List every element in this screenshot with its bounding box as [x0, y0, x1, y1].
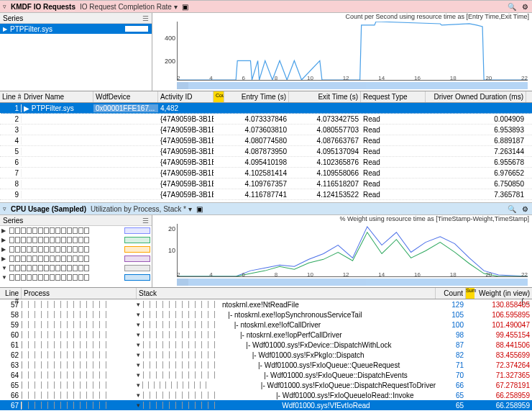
col-sum[interactable]: Sum — [466, 288, 474, 299]
stack-row[interactable]: 63▾ |- Wdf01000.sys!FxIoQueue::QueueRequ… — [0, 360, 532, 370]
expander-icon[interactable]: ▾ — [137, 351, 143, 358]
kmdf-panel-header[interactable]: ▿ KMDF IO Requests IO Request Completion… — [0, 0, 532, 13]
stack-row[interactable]: 62▾ |- Wdf01000.sys!FxPkgIo::Dispatch828… — [0, 350, 532, 360]
table-row[interactable]: 3{47A9059B-3B1B-00...4.0736038104.080557… — [0, 125, 532, 135]
time-scrubber[interactable] — [177, 82, 528, 89]
col-activity[interactable]: Activity ID — [158, 91, 214, 102]
table-row[interactable]: 5{47A9059B-3B1B-00...4.0878739504.095137… — [0, 146, 532, 157]
stack-row[interactable]: 64▾ |- Wdf01000.sys!FxIoQueue::DispatchE… — [0, 370, 532, 380]
table-row[interactable]: 2{47A9059B-3B1B-00...4.0733378464.073342… — [0, 114, 532, 125]
cpu-subtitle[interactable]: Utilization by Process, Stack * ▾ — [91, 205, 192, 213]
series-header: Series☰ — [0, 215, 152, 226]
expander-icon[interactable]: ▾ — [137, 402, 143, 409]
col-weight[interactable]: Weight (in view) (... — [474, 288, 532, 299]
expander-icon[interactable]: ▾ — [137, 361, 143, 368]
series-header: Series☰ — [0, 13, 152, 24]
series-item[interactable]: ▼ — [0, 263, 152, 273]
expander-icon[interactable]: ▾ — [137, 341, 143, 348]
box-icon[interactable]: ▣ — [182, 3, 188, 11]
stack-row[interactable]: 65▾ |- Wdf01000.sys!FxIoQueue::DispatchR… — [0, 380, 532, 390]
table-row[interactable]: 6{47A9059B-3B1B-00...4.0954101984.102365… — [0, 157, 532, 168]
search-icon[interactable]: 🔍 — [508, 204, 516, 213]
search-icon[interactable]: 🔍 — [508, 2, 516, 11]
expander-icon[interactable]: ▾ — [137, 392, 143, 399]
cpu-chart[interactable]: % Weight using resource time as [TimeSta… — [152, 215, 532, 287]
table-row[interactable]: 7{47A9059B-3B1B-00...4.1025814144.109558… — [0, 168, 532, 178]
series-item[interactable]: ▶ — [0, 245, 152, 254]
expander-icon[interactable]: ▾ — [137, 321, 143, 328]
cpu-series-pane: Series☰ ▶▶▶▶▼▼ — [0, 215, 152, 287]
gear-icon[interactable]: ⚙ — [520, 204, 529, 213]
table-row[interactable]: 1▶ PTPFilter.sys0x00001FFE167...4,482 — [0, 103, 532, 114]
stack-row[interactable]: 61▾ |- Wdf01000.sys!FxDevice::DispatchWi… — [0, 340, 532, 350]
kmdf-chart[interactable]: Count per Second using resource time as … — [152, 13, 532, 91]
cpu-chart-caption: % Weight using resource time as [TimeSta… — [339, 215, 529, 222]
expander-icon[interactable]: ▾ — [137, 311, 143, 318]
collapse-icon[interactable]: ▿ — [3, 3, 6, 10]
kmdf-series-pane: Series☰ ▶ PTPFilter.sys — [0, 13, 152, 91]
expander-icon[interactable]: ▾ — [137, 301, 143, 308]
series-item-ptpfilter[interactable]: ▶ PTPFilter.sys — [0, 24, 152, 34]
series-item[interactable]: ▼ — [0, 273, 152, 282]
col-driver[interactable]: Driver Name — [22, 91, 93, 102]
col-duration[interactable]: Driver Owned Duration (ms) — [426, 91, 526, 102]
stack-row[interactable]: 57▾ntoskrnl.exe!NtReadFile129130.858405 — [0, 299, 532, 309]
stack-row[interactable]: 58▾ |- ntoskrnl.exe!IopSynchronousServic… — [0, 309, 532, 320]
col-process[interactable]: Process — [22, 288, 137, 299]
kmdf-table-header[interactable]: Line # Driver Name WdfDevice Activity ID… — [0, 91, 532, 103]
collapse-icon[interactable]: ▿ — [3, 205, 6, 212]
series-item[interactable]: ▶ — [0, 226, 152, 235]
cpu-table-body[interactable]: 57▾ntoskrnl.exe!NtReadFile129130.8584055… — [0, 299, 532, 415]
col-wdf[interactable]: WdfDevice — [93, 91, 158, 102]
cpu-title: CPU Usage (Sampled) — [11, 205, 86, 213]
stack-row[interactable]: 59▾ |- ntoskrnl.exe!IofCallDriver100101.… — [0, 320, 532, 330]
col-stack[interactable]: Stack — [137, 288, 436, 299]
col-request-type[interactable]: Request Type — [361, 91, 426, 102]
kmdf-table-body[interactable]: 1▶ PTPFilter.sys0x00001FFE167...4,4822{4… — [0, 103, 532, 202]
expander-icon[interactable]: ▾ — [137, 381, 142, 389]
table-row[interactable]: 4{47A9059B-3B1B-00...4.0807745804.087663… — [0, 135, 532, 146]
stack-row[interactable]: 66▾ |- Wdf01000.sys!FxIoQueueIoRead::Inv… — [0, 390, 532, 400]
col-line[interactable]: Line # — [0, 91, 22, 102]
col-count[interactable]: Count — [436, 288, 466, 299]
kmdf-title: KMDF IO Requests — [11, 3, 75, 11]
time-scrubber[interactable] — [177, 279, 528, 286]
col-line[interactable]: Line # — [0, 288, 22, 299]
col-count[interactable]: Count — [214, 91, 224, 102]
stack-row[interactable]: 67▾ Wdf01000.sys!VfEvtIoRead6566.258959 — [0, 400, 532, 410]
gear-icon[interactable]: ⚙ — [520, 2, 529, 11]
col-entry[interactable]: Entry Time (s) — [224, 91, 289, 102]
series-item[interactable]: ▶ — [0, 235, 152, 245]
cpu-panel-header[interactable]: ▿ CPU Usage (Sampled) Utilization by Pro… — [0, 202, 532, 215]
stack-row[interactable]: 60▾ |- ntoskrnl.exe!IopPerfCallDriver989… — [0, 330, 532, 340]
cpu-table-header[interactable]: Line # Process Stack Count Sum Weight (i… — [0, 287, 532, 299]
kmdf-subtitle[interactable]: IO Request Completion Rate ▾ — [80, 3, 178, 11]
table-row[interactable]: 9{47A9059B-3B1B-00...4.1167877414.124153… — [0, 189, 532, 200]
expander-icon[interactable]: ▾ — [137, 371, 143, 379]
table-row[interactable]: 8{47A9059B-3B1B-00...4.1097673574.116518… — [0, 178, 532, 189]
col-exit[interactable]: Exit Time (s) — [289, 91, 361, 102]
kmdf-chart-caption: Count per Second using resource time as … — [345, 13, 529, 20]
series-item[interactable]: ▶ — [0, 254, 152, 263]
box-icon[interactable]: ▣ — [196, 205, 203, 213]
expander-icon[interactable]: ▾ — [137, 331, 143, 338]
